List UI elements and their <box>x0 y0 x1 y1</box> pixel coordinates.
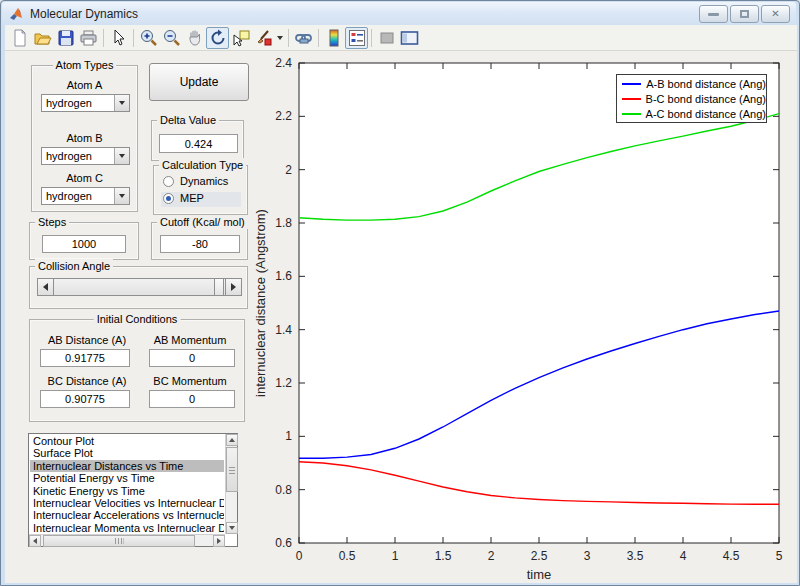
brush-dropdown-icon[interactable] <box>275 27 285 49</box>
y-tick-label: 2.4 <box>275 56 292 70</box>
open-file-icon[interactable] <box>31 27 54 49</box>
atom-types-title: Atom Types <box>53 58 117 72</box>
dynamics-radio[interactable] <box>163 176 174 187</box>
toolbar-separator <box>133 29 134 47</box>
x-tick-label: 0.5 <box>339 549 356 563</box>
list-item[interactable]: Potential Energy vs Time <box>30 472 224 484</box>
x-tick-label: 5 <box>776 549 783 563</box>
horizontal-scrollbar[interactable] <box>29 534 225 546</box>
scroll-left-button[interactable] <box>29 535 41 547</box>
x-tick-label: 1.5 <box>435 549 452 563</box>
delta-value-title: Delta Value <box>157 113 219 127</box>
list-item-selected[interactable]: Internuclear Distances vs Time <box>30 460 224 472</box>
atom-types-panel: Atom Types Atom A hydrogen Atom B hydrog… <box>31 65 138 212</box>
scroll-right-button[interactable] <box>213 535 225 547</box>
title-bar[interactable]: Molecular Dynamics ✕ <box>2 2 796 25</box>
x-axis-label: time <box>527 567 552 582</box>
vertical-scroll-thumb[interactable] <box>226 447 238 492</box>
slider-right-arrow[interactable] <box>225 279 241 295</box>
pointer-icon[interactable] <box>107 27 130 49</box>
data-cursor-icon[interactable] <box>229 27 252 49</box>
vertical-scrollbar[interactable] <box>225 434 237 534</box>
steps-panel: Steps <box>29 222 139 260</box>
collision-angle-title: Collision Angle <box>35 259 113 273</box>
calculation-type-panel: Calculation Type Dynamics MEP <box>153 165 248 215</box>
y-tick-label: 1.8 <box>275 216 292 230</box>
bc-momentum-label: BC Momentum <box>142 375 238 387</box>
atom-b-label: Atom B <box>32 132 137 144</box>
print-figure-icon[interactable] <box>77 27 100 49</box>
legend-entry: A-C bond distance (Ang) <box>622 107 766 120</box>
insert-legend-icon[interactable] <box>345 27 368 49</box>
delta-value-field[interactable] <box>159 134 238 153</box>
plot-legend[interactable]: A-B bond distance (Ang) B-C bond distanc… <box>616 74 767 123</box>
legend-line-sample <box>622 83 641 85</box>
zoom-out-icon[interactable] <box>160 27 183 49</box>
list-item[interactable]: Kinetic Energy vs Time <box>30 485 224 497</box>
atom-a-dropdown[interactable]: hydrogen <box>41 94 130 112</box>
molecular-dynamics-window: Molecular Dynamics ✕ <box>0 0 800 586</box>
window-title: Molecular Dynamics <box>30 7 138 21</box>
save-figure-icon[interactable] <box>54 27 77 49</box>
x-tick-label: 3.5 <box>627 549 644 563</box>
update-button[interactable]: Update <box>149 63 249 101</box>
dropdown-arrow-icon[interactable] <box>114 148 129 164</box>
rotate-3d-icon[interactable] <box>206 27 229 49</box>
zoom-in-icon[interactable] <box>137 27 160 49</box>
minimize-icon <box>708 13 719 16</box>
close-icon: ✕ <box>771 9 779 19</box>
maximize-button[interactable] <box>730 5 759 23</box>
bc-momentum-field[interactable] <box>149 390 235 408</box>
slider-left-arrow[interactable] <box>38 279 54 295</box>
horizontal-scroll-thumb[interactable] <box>43 535 195 547</box>
atom-a-label: Atom A <box>32 79 137 91</box>
steps-field[interactable] <box>42 235 126 253</box>
insert-colorbar-icon[interactable] <box>322 27 345 49</box>
mep-radio[interactable] <box>163 193 174 204</box>
scroll-up-button[interactable] <box>226 434 238 446</box>
axes-plot[interactable]: 00.511.522.533.544.550.60.811.21.41.61.8… <box>251 53 796 585</box>
legend-label: A-C bond distance (Ang) <box>646 108 766 120</box>
ab-momentum-field[interactable] <box>149 349 235 367</box>
x-tick-label: 4 <box>680 549 687 563</box>
ab-momentum-label: AB Momentum <box>142 334 238 346</box>
pan-icon[interactable] <box>183 27 206 49</box>
bc-distance-field[interactable] <box>40 390 130 408</box>
list-item[interactable]: Contour Plot <box>30 435 224 447</box>
y-tick-label: 1.2 <box>275 376 292 390</box>
atom-c-dropdown[interactable]: hydrogen <box>41 187 130 205</box>
brush-data-icon[interactable] <box>252 27 275 49</box>
legend-entry: B-C bond distance (Ang) <box>622 92 766 105</box>
atom-c-label: Atom C <box>32 172 137 184</box>
slider-thumb[interactable] <box>214 279 224 295</box>
legend-label: A-B bond distance (Ang) <box>646 78 766 90</box>
dropdown-arrow-icon[interactable] <box>114 95 129 111</box>
minimize-button[interactable] <box>699 5 728 23</box>
link-plots-icon[interactable] <box>292 27 315 49</box>
new-figure-icon[interactable] <box>8 27 31 49</box>
mep-radio-label[interactable]: MEP <box>180 192 204 204</box>
cutoff-field[interactable] <box>160 235 240 253</box>
y-tick-label: 1.6 <box>275 269 292 283</box>
legend-entry: A-B bond distance (Ang) <box>622 77 766 90</box>
list-item[interactable]: Internuclear Momenta vs Internuclear Dis… <box>30 522 224 533</box>
scroll-down-button[interactable] <box>226 522 238 534</box>
legend-line-sample <box>622 113 641 115</box>
toolbar-separator <box>288 29 289 47</box>
hide-plot-tools-icon[interactable] <box>375 27 398 49</box>
dynamics-radio-label[interactable]: Dynamics <box>180 175 228 187</box>
close-button[interactable]: ✕ <box>761 5 790 23</box>
list-item[interactable]: Surface Plot <box>30 447 224 459</box>
list-item[interactable]: Internuclear Accelerations vs Internucle… <box>30 509 224 521</box>
figure-toolbar <box>5 25 797 51</box>
bc-distance-label: BC Distance (A) <box>38 375 136 387</box>
show-plot-tools-icon[interactable] <box>398 27 421 49</box>
dropdown-arrow-icon[interactable] <box>114 188 129 204</box>
ab-distance-field[interactable] <box>40 349 130 367</box>
atom-b-dropdown[interactable]: hydrogen <box>41 147 130 165</box>
list-item[interactable]: Internuclear Velocities vs Internuclear … <box>30 497 224 509</box>
ab-distance-label: AB Distance (A) <box>38 334 136 346</box>
x-tick-label: 4.5 <box>723 549 740 563</box>
collision-angle-slider[interactable] <box>37 278 242 296</box>
calculation-type-title: Calculation Type <box>159 158 246 172</box>
